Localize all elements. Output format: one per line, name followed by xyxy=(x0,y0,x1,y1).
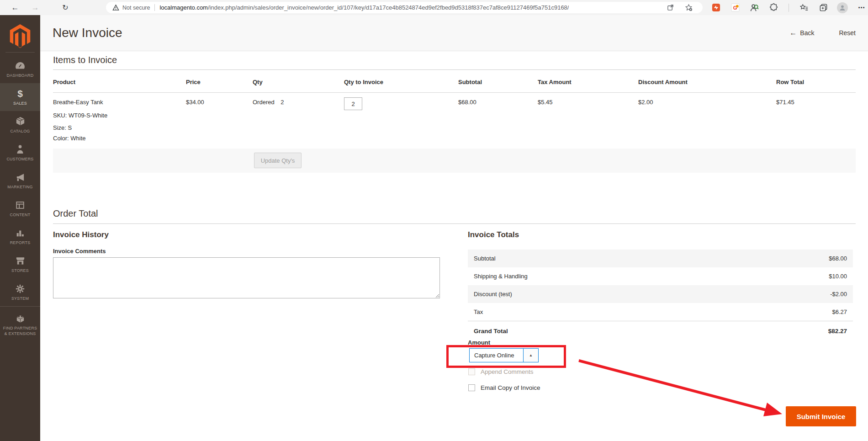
sidebar-item-sales[interactable]: $ SALES xyxy=(0,83,40,111)
column-header-subtotal: Subtotal xyxy=(458,79,482,85)
totals-label: Subtotal xyxy=(474,255,496,262)
qty-to-invoice-input[interactable] xyxy=(344,97,362,110)
sidebar-item-label: CUSTOMERS xyxy=(1,156,39,162)
marketing-icon xyxy=(15,171,26,182)
item-discount-amount: $2.00 xyxy=(638,99,653,106)
toolbar-divider xyxy=(789,4,789,12)
column-header-row-total: Row Total xyxy=(776,79,804,85)
section-divider xyxy=(53,69,856,70)
browser-refresh-icon[interactable]: ↻ xyxy=(58,0,72,15)
favorites-bar-icon[interactable] xyxy=(798,2,810,14)
magento-logo[interactable] xyxy=(0,24,40,48)
item-tax-amount: $5.45 xyxy=(538,99,553,106)
sidebar-item-stores[interactable]: STORES xyxy=(0,250,40,278)
sidebar-item-system[interactable]: SYSTEM xyxy=(0,278,40,306)
update-qty-button[interactable]: Update Qty's xyxy=(254,153,302,168)
dashboard-icon xyxy=(15,60,26,71)
submit-invoice-button[interactable]: Submit Invoice xyxy=(786,406,856,426)
invoice-totals-title: Invoice Totals xyxy=(468,230,519,239)
sidebar-item-content[interactable]: CONTENT xyxy=(0,195,40,223)
item-qty-ordered: Ordered 2 xyxy=(253,99,284,106)
totals-label: Discount (test) xyxy=(474,291,512,298)
sidebar-item-customers[interactable]: CUSTOMERS xyxy=(0,139,40,167)
address-divider xyxy=(154,4,155,11)
sidebar-item-label: STORES xyxy=(1,268,39,273)
totals-row-subtotal: Subtotal $68.00 xyxy=(468,250,853,267)
item-price: $34.00 xyxy=(186,99,204,106)
url-domain: localmagento.com xyxy=(159,4,208,11)
main-content: Items to Invoice Product Price Qty Qty t… xyxy=(40,51,868,441)
extensions-puzzle-icon[interactable] xyxy=(767,2,779,14)
not-secure-warning-icon xyxy=(112,4,119,11)
back-button[interactable]: ← Back xyxy=(789,29,814,37)
item-subtotal: $68.00 xyxy=(458,99,476,106)
column-header-discount-amount: Discount Amount xyxy=(638,79,688,85)
item-row-total: $71.45 xyxy=(776,99,794,106)
sidebar-item-label: MARKETING xyxy=(1,184,39,190)
reports-icon xyxy=(15,227,25,238)
content-icon xyxy=(15,199,25,210)
address-bar[interactable]: Not secure localmagento.com/index.php/ad… xyxy=(106,2,703,13)
product-color: Color: White xyxy=(53,135,86,142)
product-sku: SKU: WT09-S-White xyxy=(53,112,107,119)
url-text: localmagento.com/index.php/admin/sales/o… xyxy=(159,4,569,11)
collections-icon[interactable] xyxy=(817,2,829,14)
browser-menu-icon[interactable]: ⋯ xyxy=(856,2,868,14)
sidebar-item-catalog[interactable]: CATALOG xyxy=(0,111,40,139)
totals-label: Tax xyxy=(474,308,483,315)
sidebar-item-label: REPORTS xyxy=(1,240,39,245)
select-up-arrow-icon: ▲ xyxy=(523,349,538,362)
qty-ordered-value: 2 xyxy=(281,99,284,106)
column-header-product: Product xyxy=(53,79,75,85)
section-divider xyxy=(53,223,856,224)
sidebar-item-dashboard[interactable]: DASHBOARD xyxy=(0,55,40,83)
order-total-title: Order Total xyxy=(53,208,98,219)
browser-forward-icon[interactable]: → xyxy=(28,0,42,15)
find-partners-icon xyxy=(15,313,26,324)
capture-select-value: Capture Online xyxy=(470,349,523,362)
not-secure-label: Not secure xyxy=(122,5,150,11)
totals-row-shipping: Shipping & Handling $10.00 xyxy=(468,267,853,285)
column-header-tax-amount: Tax Amount xyxy=(538,79,572,85)
url-path: /index.php/admin/sales/order_invoice/new… xyxy=(208,4,569,11)
reset-button[interactable]: Reset xyxy=(839,29,856,37)
reset-button-label: Reset xyxy=(839,29,856,37)
grand-total-value: $82.27 xyxy=(828,328,847,335)
extension-screenshot-icon[interactable] xyxy=(710,2,722,14)
browser-profile-avatar[interactable] xyxy=(836,2,848,14)
column-header-qty-to-invoice: Qty to Invoice xyxy=(344,79,383,85)
capture-amount-select[interactable]: Capture Online ▲ xyxy=(469,348,539,362)
sidebar-item-label: SALES xyxy=(1,101,39,106)
email-copy-checkbox[interactable] xyxy=(468,384,475,391)
table-header-divider xyxy=(53,92,856,93)
column-header-price: Price xyxy=(186,79,201,85)
catalog-icon xyxy=(15,116,26,127)
invoice-totals-table: Subtotal $68.00 Shipping & Handling $10.… xyxy=(468,250,853,341)
append-comments-row: Append Comments xyxy=(468,368,534,375)
totals-value: -$2.00 xyxy=(830,291,847,298)
append-comments-checkbox[interactable] xyxy=(468,368,475,375)
page-title: New Invoice xyxy=(53,26,789,40)
sidebar-divider xyxy=(5,52,35,53)
page-header: New Invoice ← Back Reset xyxy=(40,15,868,51)
sidebar-item-label: CONTENT xyxy=(1,212,39,218)
browser-back-icon[interactable]: ← xyxy=(8,0,22,15)
email-copy-row: Email Copy of Invoice xyxy=(468,384,540,391)
amount-label: Amount xyxy=(468,339,490,346)
sidebar-item-find-partners[interactable]: FIND PARTNERS & EXTENSIONS xyxy=(0,306,40,342)
browser-toolbar: ← → ↻ Not secure localmagento.com/index.… xyxy=(0,0,868,16)
back-arrow-icon: ← xyxy=(789,29,797,37)
sidebar-item-reports[interactable]: REPORTS xyxy=(0,223,40,250)
open-in-new-icon[interactable] xyxy=(667,4,674,11)
admin-sidebar: DASHBOARD $ SALES CATALOG CUSTOMERS MARK… xyxy=(0,15,40,441)
sidebar-item-marketing[interactable]: MARKETING xyxy=(0,167,40,195)
grand-total-label: Grand Total xyxy=(474,328,508,335)
items-section-title: Items to Invoice xyxy=(53,55,117,65)
extension-google-icon[interactable]: G xyxy=(729,2,741,14)
bookmark-star-icon[interactable] xyxy=(685,4,693,11)
extension-person-search-icon[interactable] xyxy=(748,2,760,14)
email-copy-label: Email Copy of Invoice xyxy=(481,384,540,391)
invoice-comments-textarea[interactable] xyxy=(53,257,440,298)
totals-label: Shipping & Handling xyxy=(474,273,528,280)
back-button-label: Back xyxy=(800,29,814,37)
